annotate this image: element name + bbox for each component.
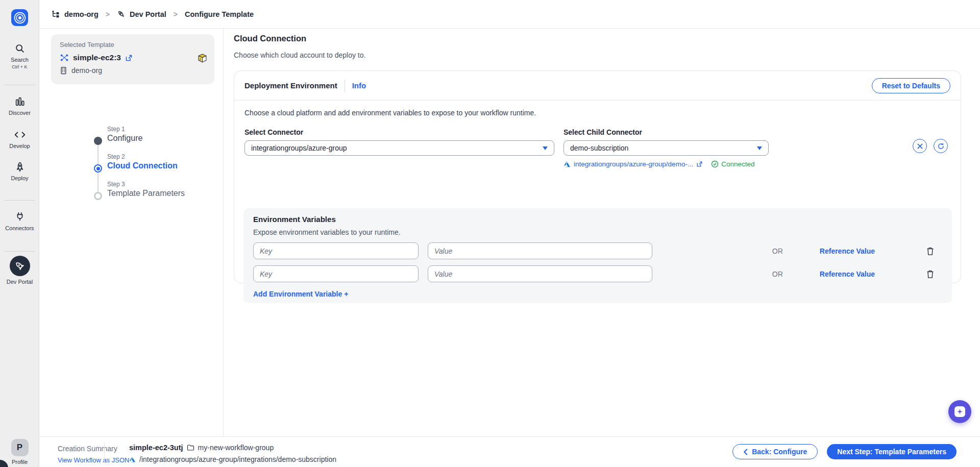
step-label: Template Parameters (107, 189, 185, 198)
avatar: P (11, 439, 29, 456)
select-child-connector-label: Select Child Connector (564, 128, 769, 136)
panel-description: Choose a cloud platform and add environm… (244, 109, 951, 117)
trash-icon (926, 269, 935, 279)
tab-deployment-environment[interactable]: Deployment Environment (244, 81, 337, 90)
breadcrumb-org[interactable]: demo-org (64, 10, 99, 18)
assistant-fab-button[interactable] (948, 400, 971, 423)
page-subtitle: Choose which cloud account to deploy to. (234, 51, 365, 59)
sparkle-icon (954, 406, 965, 417)
view-workflow-json-link[interactable]: View Workflow as JSON (58, 456, 129, 464)
template-org: demo-org (71, 66, 102, 75)
sidebar-divider (5, 200, 35, 201)
sidebar-item-develop[interactable]: Develop (0, 129, 39, 149)
connector-select-value: integrationgroups/azure-group (251, 144, 347, 152)
main-content: Cloud Connection Choose which cloud acco… (224, 29, 980, 436)
back-configure-button[interactable]: Back: Configure (732, 444, 818, 459)
step-2[interactable]: Step 2 Cloud Connection (107, 153, 178, 170)
step-label: Cloud Connection (107, 161, 178, 170)
sidebar-item-label: Connectors (5, 225, 34, 231)
top-bar: demo-org > Dev Portal > Configure Templa… (39, 0, 980, 29)
sidebar-item-label: Search (11, 57, 29, 63)
add-environment-variable-button[interactable]: Add Environment Variable + (253, 290, 348, 298)
breadcrumb-dev-portal[interactable]: Dev Portal (130, 10, 166, 18)
sidebar: Search Ctrl + K Discover Develop Deploy (0, 0, 39, 467)
step-3[interactable]: Step 3 Template Parameters (107, 181, 185, 198)
footer-bar: Creation Summary View Workflow as JSON s… (39, 436, 980, 467)
external-link-icon[interactable] (125, 54, 133, 62)
connector-select[interactable]: integrationgroups/azure-group (244, 140, 554, 156)
select-connector-label: Select Connector (244, 128, 554, 136)
sidebar-divider (5, 85, 35, 85)
creation-summary-label: Creation Summary (58, 445, 117, 453)
env-key-input[interactable] (253, 242, 419, 259)
next-step-button[interactable]: Next Step: Template Parameters (827, 444, 957, 459)
env-vars-title: Environment Variables (253, 215, 935, 224)
step-1-dot[interactable] (94, 137, 102, 145)
refresh-icon (937, 142, 945, 150)
code-icon (14, 129, 26, 140)
sidebar-item-deploy[interactable]: Deploy (0, 161, 39, 181)
sidebar-item-search[interactable]: Search Ctrl + K (0, 43, 39, 69)
step-3-dot[interactable] (94, 192, 102, 200)
env-vars-description: Expose environment variables to your run… (253, 228, 935, 236)
step-number: Step 3 (107, 181, 185, 188)
search-shortcut: Ctrl + K (12, 64, 27, 69)
status-badge: Connected (721, 160, 754, 168)
azure-icon (564, 161, 571, 168)
breadcrumb-separator: > (174, 10, 178, 18)
template-icon (60, 53, 69, 62)
step-number: Step 2 (107, 153, 178, 160)
close-icon (917, 143, 923, 150)
sidebar-item-dev-portal[interactable]: Dev Portal (0, 256, 39, 285)
sidebar-item-label: Profile (12, 459, 28, 465)
refresh-connection-button[interactable] (934, 139, 948, 153)
env-var-row: OR Reference Value (253, 242, 935, 259)
bar-chart-icon (14, 96, 26, 107)
check-circle-icon (711, 160, 719, 168)
chevron-down-icon (543, 146, 548, 150)
clear-connection-button[interactable] (913, 139, 927, 153)
rocket-icon (14, 161, 26, 173)
rocket-badge-icon (11, 257, 29, 275)
connection-status: Connected (711, 160, 754, 168)
search-icon (14, 43, 26, 54)
reference-value-link[interactable]: Reference Value (820, 247, 875, 255)
breadcrumb-separator: > (106, 10, 110, 18)
building-icon (60, 66, 67, 75)
env-value-input[interactable] (428, 242, 652, 259)
footer-divider (104, 442, 105, 462)
step-2-dot[interactable] (94, 164, 102, 173)
tab-info[interactable]: Info (352, 81, 366, 90)
child-connector-select[interactable]: demo-subscription (564, 140, 769, 156)
dev-portal-badge (10, 256, 30, 276)
step-1[interactable]: Step 1 Configure (107, 126, 142, 143)
selected-template-heading: Selected Template (60, 41, 206, 48)
page-title: Cloud Connection (234, 34, 306, 43)
breadcrumb: demo-org > Dev Portal > Configure Templa… (52, 10, 254, 18)
rocket-icon (117, 10, 126, 18)
next-button-label: Next Step: Template Parameters (837, 448, 946, 456)
reset-to-defaults-button[interactable]: Reset to Defaults (872, 78, 950, 93)
reference-value-link[interactable]: Reference Value (820, 270, 875, 278)
tab-divider (345, 80, 345, 92)
workflow-name: simple-ec2-3utj (129, 444, 183, 452)
integration-path: /integrationgroups/azure-group/integrati… (139, 455, 336, 463)
delete-row-button[interactable] (926, 269, 935, 279)
sidebar-item-label: Develop (9, 143, 30, 149)
app-logo-icon[interactable] (11, 9, 28, 26)
sidebar-item-connectors[interactable]: Connectors (0, 211, 39, 231)
chevron-left-icon (743, 449, 748, 455)
child-connector-select-value: demo-subscription (570, 144, 628, 152)
external-link-icon[interactable] (696, 161, 703, 167)
target-icon (13, 11, 27, 24)
sidebar-item-discover[interactable]: Discover (0, 96, 39, 116)
connected-integration-link[interactable]: integrationgroups/azure-group/demo-... (574, 160, 693, 168)
step-panel: Selected Template simple-ec2:3 demo-org (39, 29, 224, 436)
sidebar-item-label: Deploy (11, 175, 28, 181)
org-tree-icon (52, 10, 60, 18)
sidebar-item-profile[interactable]: P Profile (0, 439, 39, 465)
delete-row-button[interactable] (926, 247, 935, 256)
chevron-down-icon (757, 146, 762, 150)
env-key-input[interactable] (253, 265, 419, 282)
env-value-input[interactable] (428, 265, 652, 282)
